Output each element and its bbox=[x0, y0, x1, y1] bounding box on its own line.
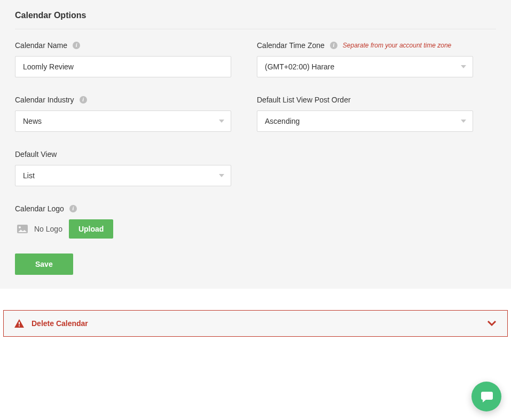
info-icon[interactable]: i bbox=[330, 42, 337, 49]
logo-label: Calendar Logo bbox=[15, 204, 64, 213]
industry-value: News bbox=[23, 117, 42, 125]
row-1: Calendar Name i Calendar Time Zone i Sep… bbox=[15, 41, 496, 77]
post-order-label: Default List View Post Order bbox=[257, 96, 351, 104]
time-zone-field-group: Calendar Time Zone i Separate from your … bbox=[257, 41, 473, 77]
svg-rect-0 bbox=[19, 322, 20, 324]
default-view-label-row: Default View bbox=[15, 150, 231, 159]
industry-label-row: Calendar Industry i bbox=[15, 96, 231, 104]
time-zone-value: (GMT+02:00) Harare bbox=[265, 62, 334, 71]
default-view-field-group: Default View List bbox=[15, 150, 231, 186]
svg-rect-1 bbox=[19, 326, 20, 327]
time-zone-hint: Separate from your account time zone bbox=[343, 42, 451, 49]
panel-title: Calendar Options bbox=[15, 11, 496, 29]
default-view-label: Default View bbox=[15, 150, 57, 159]
post-order-field-group: Default List View Post Order Ascending bbox=[257, 96, 473, 132]
post-order-select[interactable]: Ascending bbox=[257, 110, 473, 132]
delete-calendar-label: Delete Calendar bbox=[32, 319, 88, 328]
default-view-value: List bbox=[23, 171, 35, 180]
upload-button[interactable]: Upload bbox=[69, 219, 113, 239]
calendar-name-field-group: Calendar Name i bbox=[15, 41, 231, 77]
industry-field-group: Calendar Industry i News bbox=[15, 96, 231, 132]
info-icon[interactable]: i bbox=[73, 42, 80, 49]
industry-label: Calendar Industry bbox=[15, 96, 74, 104]
time-zone-label: Calendar Time Zone bbox=[257, 41, 325, 50]
default-view-select[interactable]: List bbox=[15, 165, 231, 186]
chevron-down-icon bbox=[219, 120, 224, 123]
info-icon[interactable]: i bbox=[69, 205, 77, 212]
delete-calendar-panel[interactable]: Delete Calendar bbox=[3, 310, 508, 337]
warning-icon bbox=[14, 319, 24, 328]
chevron-down-icon bbox=[219, 174, 224, 177]
image-icon bbox=[17, 225, 28, 233]
logo-status: No Logo bbox=[34, 225, 62, 233]
calendar-name-input[interactable] bbox=[15, 56, 231, 77]
row-3: Default View List bbox=[15, 150, 496, 186]
industry-select[interactable]: News bbox=[15, 110, 231, 132]
time-zone-select[interactable]: (GMT+02:00) Harare bbox=[257, 56, 473, 77]
logo-field-group: Calendar Logo i No Logo Upload bbox=[15, 204, 496, 239]
chevron-down-icon bbox=[461, 65, 466, 68]
post-order-value: Ascending bbox=[265, 117, 300, 125]
calendar-name-label-row: Calendar Name i bbox=[15, 41, 231, 50]
calendar-options-panel: Calendar Options Calendar Name i Calenda… bbox=[0, 0, 511, 289]
post-order-label-row: Default List View Post Order bbox=[257, 96, 473, 104]
save-button[interactable]: Save bbox=[15, 253, 73, 275]
chevron-down-icon bbox=[487, 320, 497, 327]
info-icon[interactable]: i bbox=[80, 96, 87, 104]
logo-label-row: Calendar Logo i bbox=[15, 204, 496, 213]
row-2: Calendar Industry i News Default List Vi… bbox=[15, 96, 496, 132]
logo-row: No Logo Upload bbox=[15, 219, 496, 239]
calendar-name-label: Calendar Name bbox=[15, 41, 67, 50]
chevron-down-icon bbox=[461, 120, 466, 123]
time-zone-label-row: Calendar Time Zone i Separate from your … bbox=[257, 41, 473, 50]
